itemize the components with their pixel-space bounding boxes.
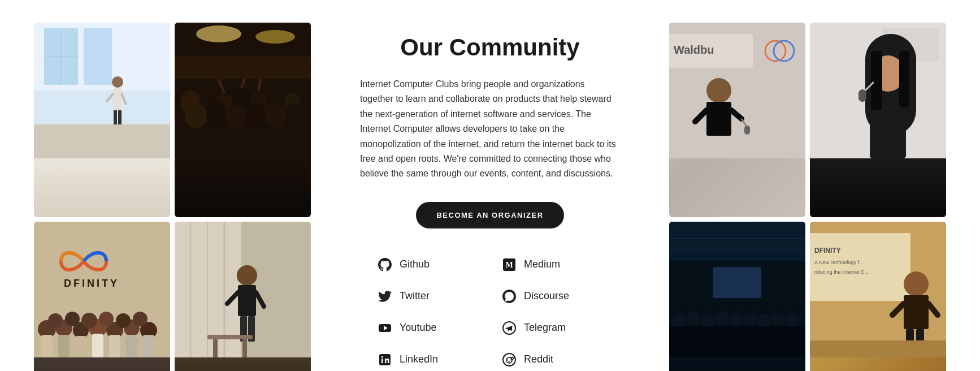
- become-organizer-button[interactable]: BECOME AN ORGANIZER: [416, 202, 563, 228]
- svg-point-126: [679, 303, 691, 316]
- svg-rect-7: [114, 88, 122, 110]
- svg-text:DFINITY: DFINITY: [814, 247, 841, 254]
- social-link-discourse[interactable]: Discourse: [501, 283, 603, 310]
- svg-rect-136: [810, 233, 910, 301]
- linkedin-icon: [377, 352, 393, 368]
- svg-point-24: [206, 101, 226, 126]
- svg-point-125: [786, 314, 799, 327]
- section-description: Internet Computer Clubs bring people and…: [360, 77, 620, 182]
- svg-point-81: [507, 359, 508, 360]
- svg-point-117: [673, 313, 686, 328]
- svg-rect-45: [75, 336, 86, 357]
- github-icon: [377, 257, 393, 273]
- svg-point-23: [185, 103, 207, 128]
- youtube-label: Youtube: [400, 322, 436, 334]
- section-title: Our Community: [400, 34, 579, 61]
- svg-point-128: [711, 303, 722, 316]
- medium-icon: M: [501, 257, 517, 273]
- svg-point-119: [701, 314, 714, 327]
- svg-rect-12: [34, 124, 170, 158]
- center-content: Our Community Internet Computer Clubs br…: [311, 23, 669, 371]
- svg-point-15: [255, 30, 295, 44]
- svg-rect-116: [713, 267, 761, 298]
- svg-rect-77: [381, 359, 383, 363]
- social-link-telegram[interactable]: Telegram: [501, 314, 603, 342]
- medium-label: Medium: [524, 258, 560, 270]
- reddit-icon: [501, 352, 517, 368]
- svg-point-130: [743, 303, 754, 316]
- svg-rect-98: [744, 126, 750, 135]
- photo-left-3: DFINITY: [34, 222, 170, 371]
- svg-point-123: [758, 314, 770, 327]
- social-link-medium[interactable]: M Medium: [501, 251, 603, 278]
- svg-point-27: [265, 103, 285, 128]
- svg-point-6: [112, 76, 123, 88]
- svg-rect-63: [238, 285, 256, 316]
- svg-point-62: [237, 265, 257, 286]
- photo-grid-right: Waldbu Mo: [669, 23, 946, 371]
- svg-rect-3: [84, 28, 112, 85]
- svg-rect-69: [213, 339, 218, 357]
- svg-text:A New Technology f...: A New Technology f...: [814, 260, 863, 265]
- svg-rect-70: [242, 339, 247, 357]
- svg-point-129: [727, 301, 738, 314]
- svg-point-133: [791, 301, 803, 314]
- svg-point-50: [48, 313, 63, 328]
- svg-rect-32: [175, 57, 311, 79]
- svg-point-127: [695, 301, 706, 314]
- svg-point-78: [381, 356, 383, 357]
- svg-point-85: [512, 356, 513, 357]
- svg-rect-106: [871, 51, 882, 119]
- telegram-label: Telegram: [524, 322, 566, 334]
- photo-right-3: [669, 222, 805, 371]
- social-link-github[interactable]: Github: [377, 251, 479, 278]
- svg-point-79: [503, 353, 515, 366]
- svg-rect-109: [858, 89, 866, 102]
- svg-rect-107: [899, 51, 909, 107]
- svg-text:Waldbu: Waldbu: [674, 44, 714, 56]
- twitter-label: Twitter: [400, 290, 430, 302]
- photo-left-1: [34, 23, 170, 217]
- twitter-icon: [377, 288, 393, 304]
- svg-rect-68: [207, 335, 253, 339]
- svg-point-51: [65, 312, 80, 326]
- svg-point-82: [510, 359, 511, 360]
- discourse-label: Discourse: [524, 290, 569, 302]
- social-link-twitter[interactable]: Twitter: [377, 283, 479, 310]
- social-link-youtube[interactable]: Youtube: [377, 314, 479, 342]
- svg-point-52: [81, 313, 97, 329]
- photo-left-4: [175, 222, 311, 371]
- svg-point-121: [730, 314, 742, 327]
- svg-point-131: [758, 301, 770, 314]
- svg-rect-146: [810, 340, 946, 357]
- svg-point-93: [706, 78, 731, 103]
- discourse-icon: [501, 288, 517, 304]
- svg-text:nducing the Internet C...: nducing the Internet C...: [814, 269, 869, 275]
- photo-grid-left: DFINITY: [34, 23, 311, 371]
- photo-right-2: Mo: [810, 23, 946, 217]
- svg-text:M: M: [505, 261, 513, 269]
- svg-point-26: [246, 102, 265, 127]
- svg-point-54: [116, 313, 131, 328]
- linkedin-label: LinkedIn: [400, 353, 438, 365]
- photo-left-2: [175, 23, 311, 217]
- youtube-icon: [377, 320, 393, 336]
- photo-right-1: Waldbu: [669, 23, 805, 217]
- svg-point-28: [286, 103, 304, 126]
- social-link-reddit[interactable]: Reddit: [501, 346, 603, 371]
- svg-rect-43: [41, 335, 53, 357]
- svg-point-132: [774, 303, 786, 316]
- svg-rect-48: [126, 335, 137, 357]
- social-link-linkedin[interactable]: LinkedIn: [377, 346, 479, 371]
- svg-rect-141: [904, 295, 929, 329]
- social-links-grid: Github M Medium Twitte: [377, 251, 603, 371]
- svg-rect-46: [92, 334, 103, 357]
- svg-rect-115: [669, 222, 805, 261]
- svg-rect-110: [870, 110, 906, 158]
- svg-text:DFINITY: DFINITY: [64, 278, 119, 289]
- svg-point-140: [904, 271, 929, 296]
- svg-rect-49: [143, 335, 154, 357]
- svg-rect-94: [706, 102, 731, 136]
- svg-point-14: [196, 25, 241, 42]
- telegram-icon: [501, 320, 517, 336]
